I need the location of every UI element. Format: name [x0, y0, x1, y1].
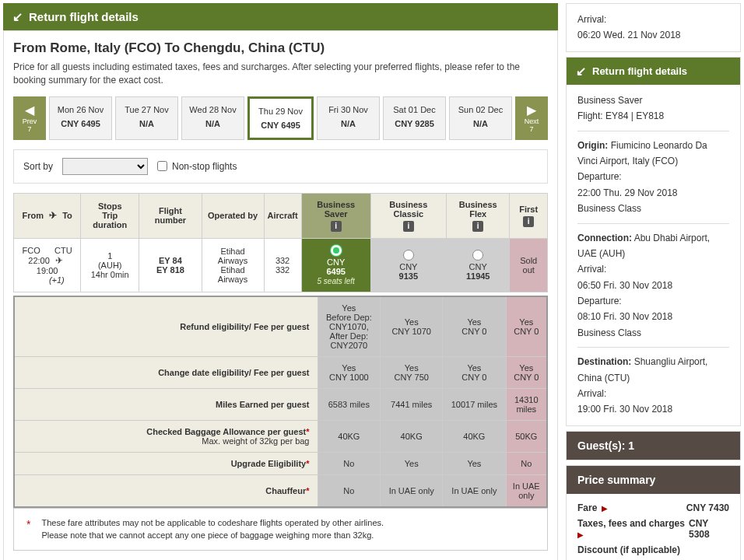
col-classic: Business Classici	[370, 193, 446, 238]
side-arrival-label: Arrival:	[577, 14, 606, 25]
col-from: From To	[14, 193, 81, 238]
price-fare-row[interactable]: Fare ▶ CNY 7430	[567, 500, 740, 516]
info-icon: i	[403, 221, 414, 232]
attr-refund-classic: Yes CNY 1070	[381, 296, 443, 357]
route-desc: Price for all guests including estimated…	[13, 61, 548, 87]
cell-aircraft: 332332	[264, 238, 301, 292]
date-tab[interactable]: Mon 26 Nov CNY 6495	[49, 96, 112, 140]
radio-icon	[403, 250, 414, 261]
col-flex: Business Flexi	[446, 193, 510, 238]
cell-flightnum[interactable]: EY 84EY 818	[139, 238, 202, 292]
attr-upgrade-label: Upgrade Eligibility*	[14, 452, 318, 474]
cell-operator: Etihad AirwaysEtihad Airways	[202, 238, 264, 292]
plane-icon	[46, 211, 60, 220]
attr-miles-label: Miles Earned per guest	[14, 388, 318, 420]
attr-chauffeur-label: Chauffeur*	[14, 474, 318, 507]
col-operator: Operated by	[202, 193, 264, 238]
expand-icon: ↙	[576, 64, 586, 79]
radio-icon	[472, 250, 483, 261]
sort-label: Sort by	[23, 161, 53, 172]
fare-classic[interactable]: CNY 9135	[370, 238, 446, 292]
attr-refund-saver: Yes Before Dep: CNY1070, After Dep: CNY2…	[318, 296, 381, 357]
date-tab[interactable]: Tue 27 Nov N/A	[115, 96, 178, 140]
info-icon: i	[331, 221, 342, 232]
side-guests: Guest(s): 1	[567, 432, 740, 460]
prev-week-button[interactable]: ◀ Prev 7	[13, 96, 46, 140]
fare-flex[interactable]: CNY 11945	[446, 238, 510, 292]
side-return-header: ↙ Return flight details	[567, 58, 740, 85]
attr-change-label: Change date eligibility/ Fee per guest	[14, 356, 318, 388]
nonstop-label[interactable]: Non-stop flights	[157, 161, 237, 172]
side-price-header: Price summary	[567, 466, 740, 494]
attr-refund-first: Yes CNY 0	[506, 296, 547, 357]
attr-baggage-label: Checked Baggage Allowance per guest*Max.…	[14, 420, 318, 452]
fare-saver[interactable]: CNY 6495 5 seats left	[301, 238, 370, 292]
col-aircraft: Aircraft	[264, 193, 301, 238]
col-flight: Flight number	[139, 193, 202, 238]
left-arrow-icon: ◀	[25, 103, 34, 117]
attr-refund-flex: Yes CNY 0	[443, 296, 506, 357]
info-icon: i	[472, 221, 483, 232]
date-tab[interactable]: Sat 01 Dec CNY 9285	[383, 96, 446, 140]
col-first: Firsti	[510, 193, 548, 238]
header-title: Return flight details	[29, 10, 139, 23]
radio-selected-icon	[331, 245, 342, 256]
route-title: From Rome, Italy (FCO) To Chengdu, China…	[13, 40, 548, 56]
date-tab[interactable]: Wed 28 Nov N/A	[181, 96, 244, 140]
sort-select[interactable]	[62, 158, 148, 175]
flight-row: FCO CTU 22:00 19:00 (+1) 1 (AUH) 14hr 0m…	[14, 238, 548, 292]
plane-icon	[52, 256, 66, 265]
price-tax-row[interactable]: Taxes, fees and charges ▶ CNY 5308	[567, 516, 740, 542]
side-arrival-val: 06:20 Wed. 21 Nov 2018	[577, 30, 681, 40]
next-week-button[interactable]: ▶ Next 7	[515, 96, 548, 140]
cell-stops: 1 (AUH) 14hr 0min	[81, 238, 139, 292]
col-stops: StopsTrip duration	[81, 193, 139, 238]
fare-first: Sold out	[510, 238, 548, 292]
price-discount-row: Discount (if applicable)	[567, 542, 740, 558]
right-arrow-icon: ▶	[527, 103, 536, 117]
expand-icon: ▶	[577, 530, 584, 539]
expand-icon: ▶	[599, 504, 608, 513]
expand-icon: ↙	[12, 9, 23, 24]
side-itinerary: Business Saver Flight: EY84 | EY818 Orig…	[567, 85, 740, 425]
footnote: * These fare attributes may not be appli…	[13, 508, 548, 551]
info-icon: i	[523, 216, 534, 227]
date-tab[interactable]: Sun 02 Dec N/A	[449, 96, 512, 140]
cell-fromto: FCO CTU 22:00 19:00 (+1)	[14, 238, 81, 292]
return-flight-header: ↙ Return flight details	[3, 3, 558, 30]
col-saver: Business Saveri	[301, 193, 370, 238]
nonstop-checkbox[interactable]	[157, 161, 167, 171]
date-tab[interactable]: Fri 30 Nov N/A	[317, 96, 380, 140]
date-tab-active[interactable]: Thu 29 Nov CNY 6495	[247, 96, 314, 140]
attr-refund-label: Refund eligibility/ Fee per guest	[14, 296, 318, 357]
